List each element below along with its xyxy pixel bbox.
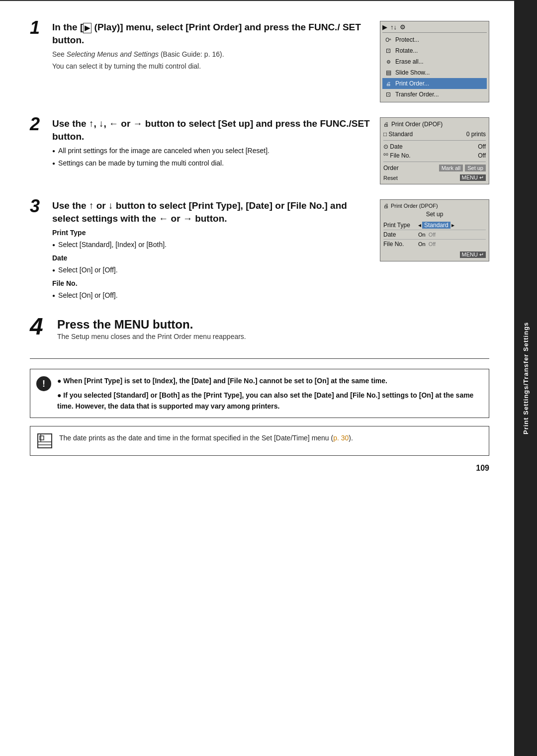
step-1: 1 In the [▶ (Play)] menu, select [Print …	[30, 21, 489, 102]
slideshow-label: Slide Show...	[395, 68, 430, 77]
step-3-date: Date Select [On] or [Off].	[52, 254, 370, 275]
step-1-sub1: See Selecting Menus and Settings (Basic …	[52, 49, 370, 60]
rotate-label: Rotate...	[395, 46, 418, 55]
print-type-title: Print Type	[52, 229, 370, 237]
main-content: 1 In the [▶ (Play)] menu, select [Print …	[0, 0, 514, 756]
setup-row-print-type: Print Type ◂ Standard ▸	[383, 221, 486, 230]
fileno-off: Off	[429, 241, 436, 247]
step-3: 3 Use the ↑ or ↓ button to select [Print…	[30, 199, 489, 303]
menu-screen-3-title: 🖨 Print Order (DPOF)	[383, 203, 486, 209]
erase-icon: ⚙	[384, 58, 392, 66]
date-title: Date	[52, 254, 370, 262]
warning-text: ● When [Print Type] is set to [Index], t…	[57, 375, 483, 412]
sort-icon: ↑↓	[390, 23, 397, 31]
menu-item-erase: ⚙ Erase all...	[382, 56, 487, 67]
menu-item-slideshow: ▤ Slide Show...	[382, 67, 487, 78]
step-4-body: Press the MENU button. The Setup menu cl…	[57, 318, 489, 343]
date-row-label: Date	[383, 231, 418, 238]
menu-item-rotate: ⊡ Rotate...	[382, 45, 487, 56]
mark-all-btn[interactable]: Mark all	[439, 165, 463, 171]
menu-screen-2: 🖨 Print Order (DPOF) □ Standard 0 prints…	[380, 117, 489, 184]
warning-box: ! ● When [Print Type] is set to [Index],…	[30, 369, 489, 418]
set-up-btn[interactable]: Set up	[465, 165, 486, 171]
menu-screen-2-title: 🖨 Print Order (DPOF)	[383, 121, 486, 128]
settings-icon: ⚙	[400, 23, 406, 31]
order-label: Order	[383, 165, 399, 171]
menu-bottom-bar-2: Reset MENU ↵	[383, 174, 486, 181]
step-4-title: Press the MENU button.	[57, 318, 489, 332]
menu-bottom-bar-3: MENU ↵	[383, 252, 486, 258]
menu-row-fileno: ⁰⁰ File No. Off	[383, 151, 486, 160]
erase-label: Erase all...	[395, 57, 424, 66]
warning-bullet-1: ● When [Print Type] is set to [Index], t…	[57, 375, 483, 386]
menu-screen-3: 🖨 Print Order (DPOF) Set up Print Type ◂…	[380, 199, 489, 261]
menu-row-standard: □ Standard 0 prints	[383, 130, 486, 139]
reset-label: Reset	[383, 175, 398, 181]
transfer-label: Transfer Order...	[395, 90, 439, 99]
rotate-icon: ⊡	[384, 46, 392, 55]
fileno-bullet-1: Select [On] or [Off].	[52, 290, 370, 301]
setup-row-date: Date On Off	[383, 230, 486, 240]
arrow-right-icon: ▸	[451, 222, 454, 229]
print-order-icon: 🖨	[384, 80, 392, 87]
step-3-print-type: Print Type Select [Standard], [Index] or…	[52, 229, 370, 250]
arrow-left-icon: ◂	[418, 222, 421, 229]
play-icon: ▶	[382, 23, 387, 31]
standard-value: 0 prints	[466, 131, 486, 138]
step-3-number: 3	[30, 197, 52, 303]
print-order-icon-3: 🖨	[383, 203, 389, 209]
fileno-row-value: On Off	[418, 241, 436, 247]
step-1-number: 1	[30, 19, 52, 102]
page-number: 109	[30, 464, 489, 473]
date-bullet-1: Select [On] or [Off].	[52, 265, 370, 275]
fileno-bullets: Select [On] or [Off].	[52, 290, 370, 301]
standard-value-highlight: Standard	[422, 222, 450, 229]
svg-rect-1	[40, 436, 44, 440]
step-2-bullet-2: Settings can be made by turning the mult…	[52, 158, 370, 168]
menu-screen-1: ▶ ↑↓ ⚙ Oⁿ Protect... ⊡	[380, 21, 489, 102]
step-2-title: Use the ↑, ↓, ← or → button to select [S…	[52, 117, 370, 143]
step-4: 4 Press the MENU button. The Setup menu …	[30, 318, 489, 343]
date-label: ⊙ Date	[383, 143, 403, 150]
date-row-value: On Off	[418, 232, 436, 238]
print-order-dpof-label: Print Order (DPOF)	[391, 121, 443, 128]
menu-separator-1	[383, 140, 486, 141]
step-1-title: In the [▶ (Play)] menu, select [Print Or…	[52, 21, 370, 46]
step-2-bullet-1: All print settings for the image are can…	[52, 146, 370, 156]
menu-item-print-order: 🖨 Print Order...	[382, 78, 487, 89]
print-order-dpof-label-3: Print Order (DPOF)	[391, 203, 438, 209]
note-box: The date prints as the date and time in …	[30, 426, 489, 456]
fileno-label: ⁰⁰ File No.	[383, 152, 411, 159]
menu-screen-1-header: ▶ ↑↓ ⚙	[382, 23, 487, 33]
fileno-row-label: File No.	[383, 241, 418, 248]
slideshow-icon: ▤	[384, 68, 392, 77]
menu-item-protect: Oⁿ Protect...	[382, 34, 487, 45]
side-tab: Print Settings/Transfer Settings	[514, 0, 537, 756]
fileno-title: File No.	[52, 279, 370, 287]
page-container: 1 In the [▶ (Play)] menu, select [Print …	[0, 0, 537, 756]
print-type-row-value: ◂ Standard ▸	[418, 222, 454, 229]
print-type-bullet-1: Select [Standard], [Index] or [Both].	[52, 240, 370, 250]
print-order-label: Print Order...	[395, 79, 429, 88]
step-3-body: Use the ↑ or ↓ button to select [Print T…	[52, 199, 489, 303]
step-3-title: Use the ↑ or ↓ button to select [Print T…	[52, 199, 370, 225]
step-4-number: 4	[30, 315, 57, 343]
note-link[interactable]: p. 30	[333, 434, 349, 442]
step-1-menu: ▶ ↑↓ ⚙ Oⁿ Protect... ⊡	[380, 21, 489, 102]
step-2-bullets: All print settings for the image are can…	[52, 146, 370, 168]
protect-label: Protect...	[395, 35, 419, 44]
standard-label: □ Standard	[383, 131, 413, 138]
note-text: The date prints as the date and time in …	[59, 432, 353, 443]
print-type-row-label: Print Type	[383, 222, 418, 229]
menu-item-transfer: ⊡ Transfer Order...	[382, 89, 487, 100]
menu-separator-2	[383, 162, 486, 162]
date-on: On	[418, 232, 426, 238]
note-svg-icon	[37, 433, 53, 449]
print-type-bullets: Select [Standard], [Index] or [Both].	[52, 240, 370, 250]
order-buttons: Mark all Set up	[439, 165, 486, 171]
setup-subtitle: Set up	[383, 211, 486, 218]
transfer-icon: ⊡	[384, 90, 392, 99]
warning-icon: !	[36, 376, 51, 391]
step-4-sub: The Setup menu closes and the Print Orde…	[57, 332, 489, 342]
warning-bullet-2: ● If you selected [Standard] or [Both] a…	[57, 390, 483, 412]
